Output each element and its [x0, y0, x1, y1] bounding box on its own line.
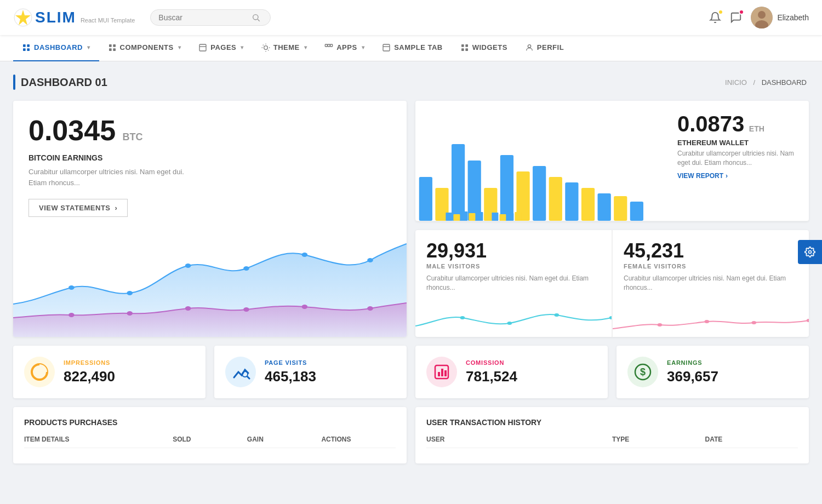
nav-label-theme: THEME [273, 43, 300, 51]
svg-rect-13 [109, 48, 112, 51]
search-bar[interactable] [150, 9, 271, 26]
svg-point-72 [554, 313, 559, 317]
svg-rect-67 [499, 214, 506, 221]
message-button[interactable] [730, 12, 742, 24]
user-name: Elizabeth [777, 13, 809, 22]
view-report-link[interactable]: VIEW REPORT › [677, 172, 728, 180]
svg-rect-9 [23, 48, 26, 51]
svg-point-77 [807, 319, 809, 322]
notification-button[interactable] [709, 12, 721, 24]
view-statements-button[interactable]: VIEW STATEMENTS › [28, 199, 128, 217]
visitors-card: 29,931 MALE VISITORS Curabitur ullamcorp… [415, 230, 809, 337]
nav-item-perfil[interactable]: PERFIL [516, 35, 573, 61]
logo-subtitle: React MUI Template [81, 17, 135, 24]
svg-point-36 [185, 264, 191, 268]
page-visits-value: 465,183 [265, 368, 396, 385]
pages-icon [198, 43, 207, 52]
main-content: DASHBOARD 01 INICIO / DASHBOARD 0.0345 B… [0, 61, 822, 477]
svg-point-45 [367, 306, 373, 311]
earnings-info: EARNINGS 369,657 [667, 359, 798, 385]
commission-value: 781,524 [466, 368, 597, 385]
chevron-down-icon-3: ▾ [241, 44, 244, 50]
settings-fab[interactable] [798, 240, 822, 264]
col-user: USER [426, 436, 612, 443]
svg-point-39 [367, 258, 373, 262]
user-menu[interactable]: Elizabeth [751, 7, 809, 28]
svg-rect-48 [452, 144, 465, 221]
breadcrumb: INICIO / DASHBOARD [723, 78, 809, 87]
svg-rect-24 [326, 44, 328, 47]
logo-star-icon [13, 8, 33, 27]
nav-item-pages[interactable]: PAGES ▾ [190, 35, 253, 61]
search-input[interactable] [158, 13, 252, 22]
nav-item-widgets[interactable]: WIDGETS [452, 35, 516, 61]
stats-row: IMPRESSIONS 822,490 PAGE VISITS 465,183 [13, 346, 809, 398]
message-badge [739, 9, 744, 15]
main-cards-row: 0.0345 BTC BITCOIN EARNINGS Curabitur ul… [13, 101, 809, 337]
nav-item-components[interactable]: COMPONENTS ▾ [99, 35, 190, 61]
svg-rect-83 [441, 369, 443, 376]
products-table-card: PRODUCTS PURCHASES ITEM DETAILS SOLD GAI… [13, 407, 407, 463]
transactions-table-card: USER TRANSACTION HISTORY USER TYPE DATE [415, 407, 809, 463]
arrow-right-icon-2: › [726, 172, 728, 180]
svg-point-44 [302, 305, 308, 309]
page-title-wrap: DASHBOARD 01 [13, 75, 107, 90]
earnings-icon: $ [633, 362, 653, 382]
page-header: DASHBOARD 01 INICIO / DASHBOARD [13, 75, 809, 90]
svg-line-20 [263, 44, 264, 45]
nav-label-pages: PAGES [210, 43, 236, 51]
svg-rect-65 [484, 214, 490, 221]
svg-point-17 [264, 45, 267, 49]
page-title-bar [13, 75, 15, 90]
products-table-header: ITEM DETAILS SOLD GAIN ACTIONS [24, 436, 396, 448]
bell-badge [718, 9, 723, 15]
page-visits-icon-wrap [225, 357, 256, 387]
svg-rect-12 [113, 44, 116, 47]
svg-rect-64 [476, 212, 483, 221]
svg-rect-82 [438, 372, 440, 376]
sample-tab-icon [382, 43, 391, 52]
svg-point-2 [253, 15, 258, 20]
svg-rect-62 [461, 211, 467, 221]
svg-point-76 [751, 321, 756, 324]
svg-point-5 [758, 11, 766, 19]
nav-item-dashboard[interactable]: DASHBOARD ▾ [13, 35, 99, 61]
svg-rect-63 [469, 213, 475, 221]
products-table-title: PRODUCTS PURCHASES [24, 418, 396, 427]
avatar [751, 7, 773, 28]
perfil-icon [525, 43, 534, 52]
svg-point-34 [68, 285, 75, 290]
col-date: DATE [705, 436, 798, 443]
svg-rect-84 [444, 370, 447, 376]
impressions-value: 822,490 [64, 368, 195, 385]
svg-rect-27 [383, 44, 390, 51]
breadcrumb-separator: / [753, 78, 757, 87]
svg-rect-26 [330, 44, 333, 47]
apps-icon [324, 43, 333, 52]
chevron-down-icon: ▾ [87, 44, 90, 50]
transactions-table-header: USER TYPE DATE [426, 436, 798, 448]
btc-value-wrap: 0.0345 BTC [28, 116, 391, 145]
male-visitors-chart [415, 304, 612, 337]
col-actions: ACTIONS [321, 436, 396, 443]
earnings-icon-wrap: $ [627, 357, 658, 387]
svg-rect-66 [492, 213, 498, 221]
nav-item-theme[interactable]: THEME ▾ [253, 35, 316, 61]
commission-info: COMISSION 781,524 [466, 359, 597, 385]
tables-row: PRODUCTS PURCHASES ITEM DETAILS SOLD GAI… [13, 407, 809, 463]
svg-line-80 [247, 376, 249, 379]
svg-point-40 [68, 313, 75, 317]
ethereum-mini-chart [415, 210, 652, 221]
arrow-right-icon: › [115, 204, 118, 212]
stat-impressions: IMPRESSIONS 822,490 [13, 346, 206, 398]
bitcoin-chart [13, 216, 407, 337]
nav-label-components: COMPONENTS [120, 43, 174, 51]
svg-rect-29 [461, 44, 464, 47]
female-count: 45,231 [624, 241, 798, 261]
nav-item-sample-tab[interactable]: SAMPLE TAB [373, 35, 452, 61]
components-icon [108, 43, 117, 52]
logo[interactable]: SLIM React MUI Template [13, 8, 135, 27]
commission-icon [432, 362, 452, 382]
nav-item-apps[interactable]: APPS ▾ [316, 35, 373, 61]
breadcrumb-home[interactable]: INICIO [725, 78, 747, 87]
